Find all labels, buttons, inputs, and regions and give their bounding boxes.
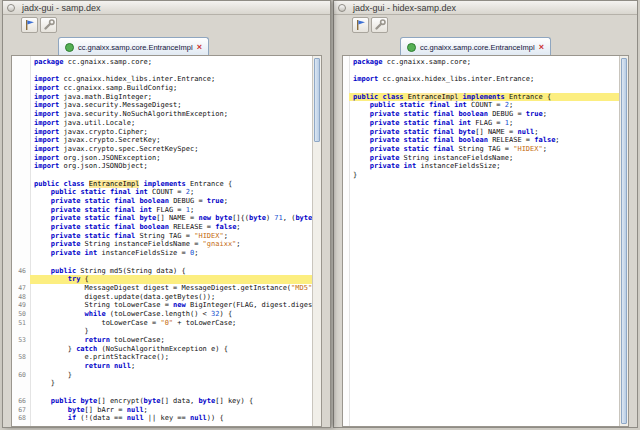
code-line <box>12 258 312 267</box>
code-line: 67 byte[] bArr = null; <box>12 406 312 415</box>
line-number <box>12 188 30 197</box>
code-line: private static final boolean RELEASE = f… <box>12 223 312 232</box>
code-text: } <box>30 379 312 388</box>
window-menu-button[interactable] <box>7 4 15 12</box>
code-line: return null; <box>12 362 312 371</box>
toolbar <box>3 15 330 35</box>
code-text: public static final int COUNT = 2; <box>349 101 619 110</box>
code-text: e.printStackTrace(); <box>30 353 312 362</box>
code-text: public class EntranceImpl implements Ent… <box>30 180 312 189</box>
code-line <box>12 171 312 180</box>
wrench-icon <box>374 19 386 31</box>
scrollbar-thumb[interactable] <box>621 58 627 424</box>
vertical-scrollbar[interactable] <box>312 56 321 426</box>
window-title: jadx-gui - hidex-samp.dex <box>353 2 456 14</box>
line-number <box>12 345 30 354</box>
code-text: try { <box>30 275 312 284</box>
code-line: 49 String toLowerCase = new BigInteger(F… <box>12 301 312 310</box>
line-number: 60 <box>12 371 30 380</box>
code-text: import java.security.NoSuchAlgorithmExce… <box>30 110 312 119</box>
tab-label: cc.gnaixx.samp.core.EntranceImpl <box>420 43 535 52</box>
line-number <box>12 214 30 223</box>
code-text: public byte[] encrypt(byte[] data, byte[… <box>30 397 312 406</box>
code-text: import cc.gnaixx.hidex_libs.inter.Entran… <box>349 75 619 84</box>
code-text: private static final String TAG = "HIDEX… <box>30 232 312 241</box>
line-number: 48 <box>12 293 30 302</box>
code-text: toLowerCase = "0" + toLowerCase; <box>30 319 312 328</box>
code-text: MessageDigest digest = MessageDigest.get… <box>30 284 312 293</box>
window-menu-button[interactable] <box>338 4 346 12</box>
flag-toolbar-button[interactable] <box>21 17 38 33</box>
code-text: import org.json.JSONException; <box>30 154 312 163</box>
code-pane[interactable]: package cc.gnaixx.samp.core; import cc.g… <box>343 56 619 426</box>
jadx-window-samp-dex: jadx-gui - samp.dex cc.gnaixx.samp.core.… <box>2 0 331 428</box>
code-text <box>30 388 312 397</box>
wrench-toolbar-button[interactable] <box>40 17 57 33</box>
code-text: import java.security.MessageDigest; <box>30 101 312 110</box>
code-pane[interactable]: package cc.gnaixx.samp.core; import cc.g… <box>12 56 312 426</box>
code-text: import java.util.Locale; <box>30 119 312 128</box>
code-line: public class EntranceImpl implements Ent… <box>12 180 312 189</box>
code-line: import java.security.NoSuchAlgorithmExce… <box>12 110 312 119</box>
scrollbar-thumb[interactable] <box>314 58 320 142</box>
code-line <box>12 67 312 76</box>
code-line: 53 return toLowerCase; <box>12 336 312 345</box>
line-number <box>12 180 30 189</box>
code-line: private static final boolean DEBUG = tru… <box>12 197 312 206</box>
code-line: } catch (NoSuchAlgorithmException e) { <box>12 345 312 354</box>
code-line <box>12 388 312 397</box>
code-line <box>343 84 619 93</box>
titlebar[interactable]: jadx-gui - hidex-samp.dex <box>334 1 637 15</box>
line-number: 46 <box>12 267 30 276</box>
flag-icon <box>355 19 367 31</box>
tab-bar: cc.gnaixx.samp.core.EntranceImpl × <box>3 35 330 56</box>
code-line: import org.json.JSONException; <box>12 154 312 163</box>
line-number <box>12 101 30 110</box>
line-number <box>12 93 30 102</box>
code-line: private static final boolean DEBUG = tru… <box>343 110 619 119</box>
line-number <box>12 232 30 241</box>
code-line: import java.math.BigInteger; <box>12 93 312 102</box>
wrench-toolbar-button[interactable] <box>371 17 388 33</box>
tab-entranceimpl[interactable]: cc.gnaixx.samp.core.EntranceImpl × <box>58 37 209 56</box>
titlebar[interactable]: jadx-gui - samp.dex <box>3 1 330 15</box>
code-line: 60 } <box>12 371 312 380</box>
code-line: 68 if (!(data == null || key == null)) { <box>12 414 312 423</box>
class-icon <box>407 43 416 52</box>
code-line: public static final int COUNT = 2; <box>12 188 312 197</box>
code-editor[interactable]: package cc.gnaixx.samp.core; import cc.g… <box>342 55 629 427</box>
code-text: import javax.crypto.spec.SecretKeySpec; <box>30 145 312 154</box>
line-number: 47 <box>12 284 30 293</box>
line-number <box>12 362 30 371</box>
line-number <box>12 128 30 137</box>
code-line: import javax.crypto.spec.SecretKeySpec; <box>12 145 312 154</box>
vertical-scrollbar[interactable] <box>619 56 628 426</box>
code-line: 50 while (toLowerCase.length() < 32) { <box>12 310 312 319</box>
code-line: 58 e.printStackTrace(); <box>12 353 312 362</box>
code-line: private static final String TAG = "HIDEX… <box>12 232 312 241</box>
code-text: private static final boolean RELEASE = f… <box>349 136 619 145</box>
code-text <box>349 84 619 93</box>
code-text: while (toLowerCase.length() < 32) { <box>30 310 312 319</box>
tab-close-button[interactable]: × <box>197 43 202 52</box>
code-text: private String instanceFieldsName = "gna… <box>30 240 312 249</box>
code-line: private static final String TAG = "HIDEX… <box>343 145 619 154</box>
code-line: import cc.gnaixx.hidex_libs.inter.Entran… <box>343 75 619 84</box>
code-line: 48 digest.update(data.getBytes()); <box>12 293 312 302</box>
line-number <box>12 162 30 171</box>
line-number <box>12 67 30 76</box>
code-editor[interactable]: package cc.gnaixx.samp.core; import cc.g… <box>11 55 322 427</box>
code-text: private static final boolean RELEASE = f… <box>30 223 312 232</box>
code-line: 51 toLowerCase = "0" + toLowerCase; <box>12 319 312 328</box>
line-number: 50 <box>12 310 30 319</box>
code-text: private int instanceFieldsSize; <box>349 162 619 171</box>
code-text: import cc.gnaixx.samp.BuildConfig; <box>30 84 312 93</box>
line-number <box>12 223 30 232</box>
code-text: package cc.gnaixx.samp.core; <box>30 58 312 67</box>
code-text: public class EntranceImpl implements Ent… <box>349 93 619 102</box>
tab-close-button[interactable]: × <box>539 43 544 52</box>
flag-toolbar-button[interactable] <box>352 17 369 33</box>
code-line: import javax.crypto.Cipher; <box>12 128 312 137</box>
tab-entranceimpl[interactable]: cc.gnaixx.samp.core.EntranceImpl × <box>400 37 551 56</box>
code-text: private static final boolean DEBUG = tru… <box>30 197 312 206</box>
